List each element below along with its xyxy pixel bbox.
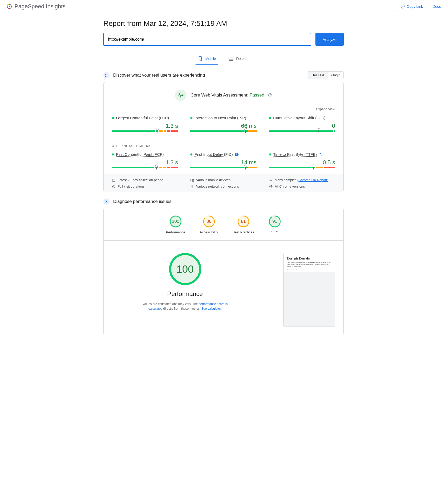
metric-marker (319, 129, 319, 133)
svg-point-28 (269, 216, 280, 227)
crux-title: Discover what your real users are experi… (113, 73, 205, 78)
pulse-icon (175, 90, 186, 101)
svg-point-20 (269, 185, 272, 188)
svg-point-19 (192, 187, 192, 187)
metric-marker (313, 166, 314, 169)
docs-link[interactable]: Docs (432, 4, 441, 9)
scope-segmented-control: This URL Origin (308, 71, 344, 79)
gauge-seo[interactable]: 91 SEO (269, 215, 281, 234)
copy-link-button[interactable]: Copy Link (397, 2, 427, 11)
metric-bar (190, 167, 256, 168)
metric-marker (156, 166, 157, 169)
analyze-button[interactable]: Analyze (315, 33, 344, 46)
diag-card: 100 Performance 86 Accessibility 81 Best… (103, 208, 344, 335)
see-calculator-link[interactable]: See calculator. (201, 307, 222, 310)
gauge-performance[interactable]: 100 Performance (166, 215, 185, 234)
device-tabs: Mobile Desktop (103, 53, 344, 65)
preview-title: Example Domain (287, 257, 332, 260)
diag-body: 100 Performance Values are estimated and… (112, 253, 335, 327)
other-metrics-grid: First Contentful Paint (FCP) 1.3 s First… (112, 152, 335, 168)
metric-bar (112, 130, 178, 132)
logo-text: PageSpeed Insights (15, 3, 66, 10)
gauge-best-practices[interactable]: 81 Best Practices (233, 215, 254, 234)
preview-viewport (284, 272, 335, 327)
status-dot (269, 153, 271, 155)
status-dot (112, 153, 114, 155)
calendar-icon (112, 178, 116, 182)
metric-value: 1.3 s (112, 159, 178, 166)
metric-name[interactable]: Cumulative Layout Shift (CLS) (273, 116, 326, 120)
logo-area[interactable]: PageSpeed Insights (6, 3, 66, 10)
diag-title: Diagnose performance issues (113, 199, 171, 204)
url-row: Analyze (103, 33, 344, 46)
status-dot (190, 117, 192, 119)
diagnose-icon (103, 198, 110, 205)
disclaimer-text: Values are estimated and may vary. The p… (136, 302, 234, 311)
svg-point-23 (106, 201, 107, 202)
cwv-metrics-grid: Largest Contentful Paint (LCP) 1.3 s Int… (112, 116, 335, 132)
preview-more-link: More information... (287, 269, 332, 271)
svg-point-27 (238, 216, 249, 227)
divider (104, 138, 343, 138)
metric-value: 0.5 s (269, 159, 335, 166)
metric-name[interactable]: Interaction to Next Paint (INP) (194, 116, 246, 120)
metric-lcp: Largest Contentful Paint (LCP) 1.3 s (112, 116, 178, 132)
url-input[interactable] (103, 33, 311, 46)
svg-point-13 (271, 179, 271, 179)
other-metrics-label: OTHER NOTABLE METRICS (112, 144, 335, 147)
expand-view-link[interactable]: Expand view (112, 107, 335, 111)
header-actions: Copy Link Docs (397, 2, 441, 11)
svg-point-0 (9, 6, 10, 7)
svg-point-26 (204, 216, 214, 227)
crux-card: Core Web Vitals Assessment: Passed ? Exp… (103, 82, 344, 192)
chrome-icon (269, 185, 273, 188)
gauge-accessibility[interactable]: 86 Accessibility (200, 215, 218, 234)
flask-icon[interactable]: ⚗ (319, 152, 322, 157)
vertical-divider (271, 253, 271, 327)
wifi-icon (190, 185, 194, 188)
seg-this-url[interactable]: This URL (308, 72, 328, 79)
cwv-assessment: Core Web Vitals Assessment: Passed ? (112, 90, 335, 101)
svg-point-6 (107, 75, 107, 75)
metric-marker (245, 129, 246, 133)
metric-name[interactable]: Largest Contentful Paint (LCP) (116, 116, 169, 120)
metric-value: 0 (269, 123, 335, 129)
svg-rect-8 (112, 179, 115, 181)
metric-marker (245, 166, 246, 169)
metric-bar (190, 130, 256, 132)
cwv-text: Core Web Vitals Assessment: Passed (191, 93, 264, 98)
mobile-icon (198, 56, 203, 61)
timer-icon (112, 185, 116, 188)
tab-mobile[interactable]: Mobile (196, 53, 218, 65)
link-icon (401, 4, 405, 9)
page-preview: Example Domain This domain is for use in… (283, 253, 335, 327)
metric-bar (269, 130, 335, 132)
metric-bar (112, 167, 178, 168)
big-performance-gauge: 100 Performance Values are estimated and… (112, 253, 258, 311)
info-icon[interactable]: i (235, 153, 239, 156)
info-icon[interactable]: ? (268, 93, 272, 97)
metric-inp: Interaction to Next Paint (INP) 66 ms (190, 116, 256, 132)
desktop-icon (228, 56, 234, 61)
crux-footer: Latest 28-day collection period Various … (104, 174, 343, 192)
crux-report-link[interactable]: Chrome UX Report (298, 178, 327, 182)
crux-section-head: Discover what your real users are experi… (103, 71, 344, 79)
metric-value: 1.3 s (112, 123, 178, 129)
status-dot (112, 117, 114, 119)
metric-marker (157, 129, 157, 133)
gauges-row: 100 Performance 86 Accessibility 81 Best… (112, 215, 335, 234)
psi-logo-icon (6, 3, 12, 10)
metric-name[interactable]: Time to First Byte (TTFB) (273, 152, 317, 157)
metric-name[interactable]: First Contentful Paint (FCP) (116, 152, 164, 157)
metric-name[interactable]: First Input Delay (FID) (194, 152, 233, 157)
status-dot (190, 153, 192, 155)
devices-icon (190, 178, 194, 182)
diag-section-head: Diagnose performance issues (103, 198, 344, 205)
tab-desktop[interactable]: Desktop (226, 53, 251, 65)
metric-fcp: First Contentful Paint (FCP) 1.3 s (112, 152, 178, 168)
metric-ttfb: Time to First Byte (TTFB) ⚗ 0.5 s (269, 152, 335, 168)
seg-origin[interactable]: Origin (328, 72, 343, 79)
svg-point-25 (170, 216, 181, 227)
metric-cls: Cumulative Layout Shift (CLS) 0 (269, 116, 335, 132)
scatter-icon (269, 178, 273, 182)
